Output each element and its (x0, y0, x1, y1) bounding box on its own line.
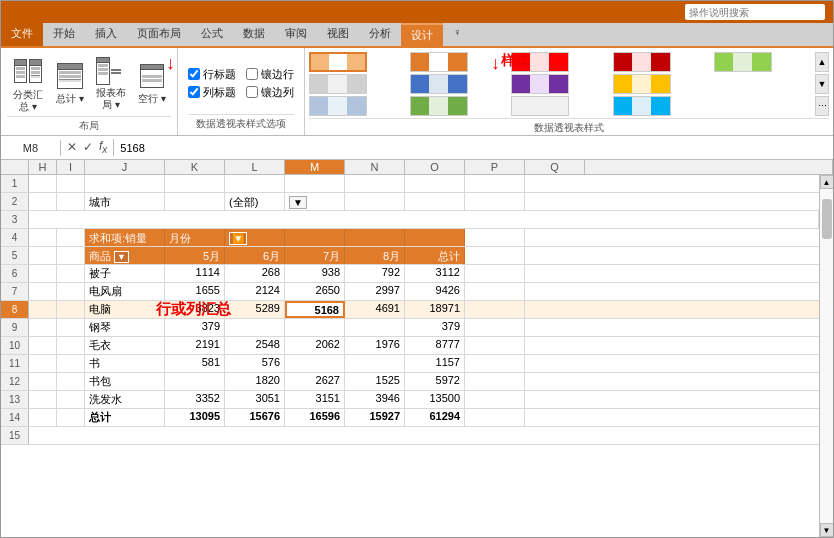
cell-J7[interactable]: 电风扇 (85, 283, 165, 300)
cell-H14[interactable] (29, 409, 57, 426)
col-h-K[interactable]: K (165, 160, 225, 174)
filter-dropdown-btn[interactable]: ▼ (289, 196, 307, 209)
cell-I14[interactable] (57, 409, 85, 426)
cell-L11[interactable]: 576 (225, 355, 285, 372)
col-h-P[interactable]: P (465, 160, 525, 174)
cell-L10[interactable]: 2548 (225, 337, 285, 354)
cell-Q6[interactable] (525, 265, 819, 282)
scroll-thumb[interactable] (822, 199, 832, 239)
cell-L6[interactable]: 268 (225, 265, 285, 282)
cell-O14[interactable]: 61294 (405, 409, 465, 426)
cell-K6[interactable]: 1114 (165, 265, 225, 282)
tab-review[interactable]: 审阅 (275, 23, 317, 46)
function-icon[interactable]: fx (99, 139, 107, 155)
cell-I2[interactable] (57, 193, 85, 210)
cell-J1[interactable] (85, 175, 165, 192)
cell-M10[interactable]: 2062 (285, 337, 345, 354)
vertical-scrollbar[interactable]: ▲ ▼ (819, 175, 833, 537)
cell-L5[interactable]: 6月 (225, 247, 285, 264)
cell-H13[interactable] (29, 391, 57, 408)
cell-O9[interactable]: 379 (405, 319, 465, 336)
cell-Q9[interactable] (525, 319, 819, 336)
cell-I12[interactable] (57, 373, 85, 390)
cell-J12[interactable]: 书包 (85, 373, 165, 390)
cell-M14[interactable]: 16596 (285, 409, 345, 426)
style-swatch-10[interactable] (613, 74, 671, 94)
cell-P9[interactable] (465, 319, 525, 336)
cell-M5[interactable]: 7月 (285, 247, 345, 264)
cell-Q7[interactable] (525, 283, 819, 300)
cell-O2[interactable] (405, 193, 465, 210)
cell-I10[interactable] (57, 337, 85, 354)
cell-K1[interactable] (165, 175, 225, 192)
tab-formula[interactable]: 公式 (191, 23, 233, 46)
cell-M1[interactable] (285, 175, 345, 192)
style-scroll-up[interactable]: ▲ (815, 52, 829, 72)
cell-P10[interactable] (465, 337, 525, 354)
cell-Q12[interactable] (525, 373, 819, 390)
cell-K7[interactable]: 1655 (165, 283, 225, 300)
tab-analyze[interactable]: 分析 (359, 23, 401, 46)
cell-Q10[interactable] (525, 337, 819, 354)
style-swatch-8[interactable] (511, 96, 569, 116)
cell-L2[interactable]: (全部) (225, 193, 285, 210)
cell-H10[interactable] (29, 337, 57, 354)
cell-M11[interactable] (285, 355, 345, 372)
cell-O1[interactable] (405, 175, 465, 192)
cell-K14[interactable]: 13095 (165, 409, 225, 426)
cell-N14[interactable]: 15927 (345, 409, 405, 426)
cell-L1[interactable] (225, 175, 285, 192)
cell-J10[interactable]: 毛衣 (85, 337, 165, 354)
style-swatch-5[interactable] (410, 96, 468, 116)
scroll-up-btn[interactable]: ▲ (820, 175, 834, 189)
cell-P6[interactable] (465, 265, 525, 282)
cell-N8[interactable]: 4691 (345, 301, 405, 318)
cell-L4[interactable]: 🔽 (225, 229, 285, 246)
cell-N4[interactable] (345, 229, 405, 246)
cell-I11[interactable] (57, 355, 85, 372)
style-swatch-3[interactable] (410, 52, 468, 72)
cell-Q1[interactable] (525, 175, 819, 192)
cell-N10[interactable]: 1976 (345, 337, 405, 354)
formula-input[interactable] (114, 140, 833, 156)
cell-L14[interactable]: 15676 (225, 409, 285, 426)
cell-K10[interactable]: 2191 (165, 337, 225, 354)
cell-J4[interactable]: 求和项:销量 (85, 229, 165, 246)
cell-J5[interactable]: 商品 ▼ (85, 247, 165, 264)
total-button[interactable]: 总计 ▾ (51, 52, 89, 116)
col-h-M[interactable]: M (285, 160, 345, 174)
style-swatch-1[interactable] (309, 74, 367, 94)
cb-banded-rows-input[interactable] (246, 68, 258, 80)
cell-Q4[interactable] (525, 229, 819, 246)
cancel-formula-icon[interactable]: ✕ (67, 140, 77, 154)
cell-J14[interactable]: 总计 (85, 409, 165, 426)
cell-N13[interactable]: 3946 (345, 391, 405, 408)
cb-row-header[interactable]: 行标题 (188, 67, 236, 82)
style-swatch-4[interactable] (410, 74, 468, 94)
cell-N11[interactable] (345, 355, 405, 372)
cb-row-header-input[interactable] (188, 68, 200, 80)
cell-L8[interactable]: 5289 (225, 301, 285, 318)
cell-P1[interactable] (465, 175, 525, 192)
cell-M2[interactable]: ▼ (285, 193, 345, 210)
style-scroll-more[interactable]: ⋯ (815, 96, 829, 116)
style-swatch-selected[interactable] (309, 52, 367, 72)
cell-I13[interactable] (57, 391, 85, 408)
cell-N2[interactable] (345, 193, 405, 210)
cell-L7[interactable]: 2124 (225, 283, 285, 300)
col-h-O[interactable]: O (405, 160, 465, 174)
cell-M8-selected[interactable]: 5168 (285, 301, 345, 318)
cell-P7[interactable] (465, 283, 525, 300)
cell-P14[interactable] (465, 409, 525, 426)
cell-P2[interactable] (465, 193, 525, 210)
cell-I5[interactable] (57, 247, 85, 264)
cell-O7[interactable]: 9426 (405, 283, 465, 300)
month-filter-btn[interactable]: 🔽 (229, 232, 247, 245)
cell-N7[interactable]: 2997 (345, 283, 405, 300)
cell-I1[interactable] (57, 175, 85, 192)
cell-P8[interactable] (465, 301, 525, 318)
scroll-down-btn[interactable]: ▼ (820, 523, 834, 537)
cell-H12[interactable] (29, 373, 57, 390)
cell-L13[interactable]: 3051 (225, 391, 285, 408)
cell-M12[interactable]: 2627 (285, 373, 345, 390)
